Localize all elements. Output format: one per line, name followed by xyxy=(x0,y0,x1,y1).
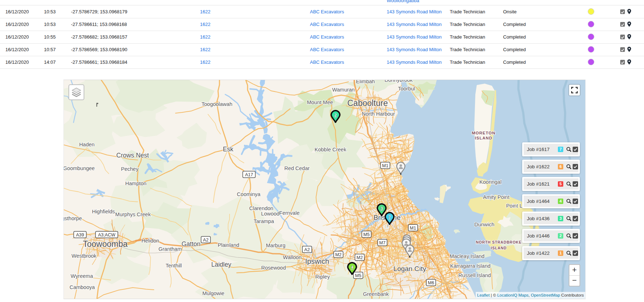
svg-text:Toorbul: Toorbul xyxy=(398,86,415,92)
svg-text:A17: A17 xyxy=(245,172,253,177)
svg-text:M1: M1 xyxy=(410,226,416,231)
svg-text:Mount Mee: Mount Mee xyxy=(307,99,333,105)
svg-text:Rosewood: Rosewood xyxy=(261,265,286,271)
svg-text:Tenthill: Tenthill xyxy=(165,263,182,268)
svg-text:Russell Island: Russell Island xyxy=(458,272,491,278)
svg-text:Highfields: Highfields xyxy=(92,209,115,214)
svg-text:Walloon: Walloon xyxy=(283,254,302,260)
svg-text:Mulgowie: Mulgowie xyxy=(202,290,224,296)
svg-text:Helidon: Helidon xyxy=(141,238,159,244)
svg-text:Lowood: Lowood xyxy=(261,211,280,217)
svg-text:Red Cedar: Red Cedar xyxy=(284,165,310,171)
svg-text:2: 2 xyxy=(334,112,337,117)
svg-text:Toowoomba: Toowoomba xyxy=(83,239,128,249)
svg-text:Logan City: Logan City xyxy=(394,265,426,272)
svg-text:Gatton: Gatton xyxy=(182,240,201,248)
svg-text:A2: A2 xyxy=(203,237,208,243)
svg-text:Macleay Island: Macleay Island xyxy=(450,253,485,259)
svg-text:M1: M1 xyxy=(382,163,388,168)
svg-text:Elimbah: Elimbah xyxy=(356,80,375,84)
svg-text:M5: M5 xyxy=(363,232,369,237)
svg-text:Haden: Haden xyxy=(79,142,95,147)
svg-text:Wamuran: Wamuran xyxy=(332,87,355,93)
svg-text:Murphys Creek: Murphys Creek xyxy=(115,212,151,217)
svg-text:Grantham: Grantham xyxy=(159,246,182,252)
svg-text:gsthorpe: gsthorpe xyxy=(64,216,82,221)
svg-text:4: 4 xyxy=(351,264,354,270)
svg-text:3: 3 xyxy=(381,205,383,211)
svg-text:Cambooya: Cambooya xyxy=(70,284,95,290)
svg-text:Karragarra Island: Karragarra Island xyxy=(450,263,490,269)
svg-text:Coominya: Coominya xyxy=(237,191,261,197)
svg-text:Pechey: Pechey xyxy=(121,166,139,172)
svg-text:NORTH STRADBROKE: NORTH STRADBROKE xyxy=(476,240,521,244)
svg-text:Wyreema: Wyreema xyxy=(71,273,93,279)
svg-text:Donnybrook: Donnybrook xyxy=(385,80,413,83)
svg-text:M7: M7 xyxy=(379,240,385,245)
svg-text:Toogoolawah: Toogoolawah xyxy=(201,101,232,107)
svg-text:Hampton: Hampton xyxy=(125,181,147,186)
svg-text:Clarendon: Clarendon xyxy=(249,205,274,211)
svg-text:Kobble Creek: Kobble Creek xyxy=(315,147,347,152)
svg-text:M2: M2 xyxy=(356,255,363,260)
svg-text:Greenbank: Greenbank xyxy=(363,291,389,297)
svg-text:Goombungee: Goombungee xyxy=(64,165,95,171)
svg-text:M6: M6 xyxy=(428,280,434,285)
svg-text:Fernvale: Fernvale xyxy=(279,210,299,216)
svg-text:Plainland: Plainland xyxy=(218,242,239,248)
svg-text:Kooringal: Kooringal xyxy=(479,179,501,185)
svg-text:Crows Nest: Crows Nest xyxy=(116,152,149,159)
svg-text:Dunwich: Dunwich xyxy=(474,222,494,227)
svg-text:M2: M2 xyxy=(335,252,341,257)
svg-text:North Harbour: North Harbour xyxy=(362,111,395,117)
svg-text:Amity Point: Amity Point xyxy=(483,194,509,200)
svg-text:ISLAND: ISLAND xyxy=(491,246,507,250)
svg-text:Ripley: Ripley xyxy=(315,274,330,280)
svg-text:Caboolture: Caboolture xyxy=(347,98,388,108)
svg-text:Esk: Esk xyxy=(223,146,233,153)
svg-text:A3;ACW: A3;ACW xyxy=(98,232,115,237)
svg-text:Westbrook: Westbrook xyxy=(71,253,97,259)
svg-text:Ipswich: Ipswich xyxy=(305,257,329,265)
svg-text:7: 7 xyxy=(388,214,391,219)
svg-text:A2: A2 xyxy=(304,247,310,252)
svg-text:Laidley: Laidley xyxy=(211,261,231,268)
svg-text:A39: A39 xyxy=(76,232,84,237)
svg-text:MORETON: MORETON xyxy=(472,131,496,135)
svg-text:Marburg: Marburg xyxy=(266,243,285,248)
svg-text:ISLAND: ISLAND xyxy=(475,136,493,140)
svg-text:Tarampa: Tarampa xyxy=(254,218,274,224)
